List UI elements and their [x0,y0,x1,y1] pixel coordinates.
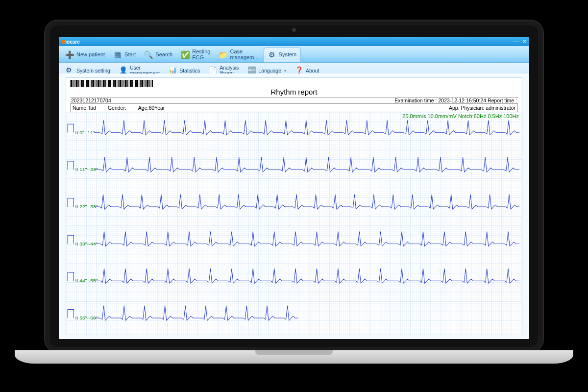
app-brand: Biocare [62,39,80,45]
svg-text:II 44"--55": II 44"--55" [75,278,98,283]
record-id: 20231212170704 [71,98,111,103]
content-area: Rhythm report 20231212170704 Examination… [59,74,529,339]
svg-text:II 0"--11": II 0"--11" [75,130,96,135]
system-icon: ⚙ [267,50,277,60]
patient-name: Name:Tad [73,105,96,111]
svg-text:II 11"--22": II 11"--22" [75,167,98,172]
camera-dot [292,28,296,32]
report-title: Rhythm report [70,87,518,97]
exam-report-time: Examination time : 2023-12-12 16:50:24 R… [394,98,517,103]
resting_ecg-icon: ✅ [180,50,190,60]
patient-gender: Gender: [108,105,126,111]
titlebar: Biocare — × [59,37,529,46]
tab-system[interactable]: ⚙System [264,48,301,62]
new_patient-icon: ➕ [65,50,74,60]
svg-text:II 22"--33": II 22"--33" [75,204,98,209]
laptop-frame: Biocare — × ➕New patient▦Start🔍Search✅Re… [44,20,544,353]
tab-case_mgmt[interactable]: 📁Case managem... [215,48,262,62]
chevron-down-icon: ▾ [284,69,286,73]
tab-search[interactable]: 🔍Search [141,48,176,62]
start-icon: ▦ [113,50,122,60]
barcode [70,80,153,87]
case_mgmt-icon: 📁 [218,50,228,60]
patient-age: Age:60Year [138,105,165,111]
ecg-svg: II 0"--11"II 11"--22"II 22"--33"II 33"--… [66,112,522,335]
tab-start[interactable]: ▦Start [110,48,140,62]
tab-new_patient[interactable]: ➕New patient [62,48,109,62]
minimize-button[interactable]: — [513,38,519,45]
close-button[interactable]: × [523,38,526,45]
ribbon-main: ➕New patient▦Start🔍Search✅Resting ECG📁Ca… [59,46,529,63]
tab-resting_ecg[interactable]: ✅Resting ECG [177,48,214,62]
ecg-area: II 0"--11"II 11"--22"II 22"--33"II 33"--… [66,112,522,335]
laptop-base [15,350,573,364]
report-page: Rhythm report 20231212170704 Examination… [66,77,522,335]
physician: App. Physician: administrator [449,105,515,111]
svg-text:II 33"--44": II 33"--44" [75,241,98,246]
search-icon: 🔍 [144,50,153,60]
screen: Biocare — × ➕New patient▦Start🔍Search✅Re… [59,37,529,339]
svg-text:II 55"--60": II 55"--60" [75,315,98,320]
ecg-params: 25.0mm/s 10.0mm/mV Notch:60Hz 0.5Hz 100H… [402,113,519,119]
